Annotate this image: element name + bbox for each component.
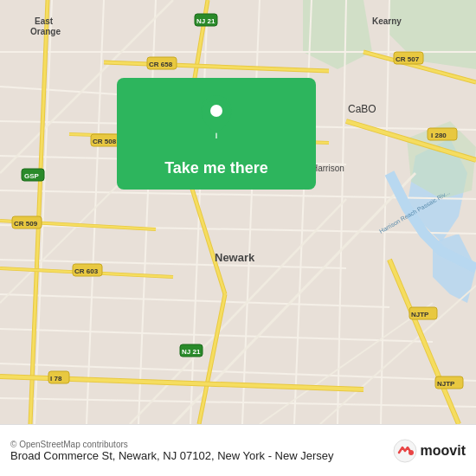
svg-text:Orange: Orange [30, 27, 61, 36]
location-pin-icon [198, 93, 235, 138]
bottom-bar: © OpenStreetMap contributors Broad Comme… [0, 424, 476, 476]
svg-text:Kearny: Kearny [372, 16, 402, 26]
svg-text:GSP: GSP [24, 172, 40, 180]
svg-text:CR 603: CR 603 [74, 267, 99, 275]
svg-text:CaBO: CaBO [348, 103, 376, 115]
svg-text:I 280: I 280 [431, 132, 447, 139]
svg-text:CR 509: CR 509 [14, 220, 38, 228]
moovit-label: moovit [421, 443, 466, 459]
svg-text:NJTP: NJTP [411, 311, 429, 318]
map-background: East Orange Kearny Newark Harrison Harri… [0, 0, 476, 424]
svg-text:Harrison: Harrison [312, 164, 344, 173]
svg-text:Newark: Newark [215, 251, 255, 264]
button-overlay: Take me there [117, 78, 316, 190]
svg-point-90 [408, 450, 414, 455]
moovit-logo: moovit [393, 439, 466, 463]
svg-text:NJTP: NJTP [437, 380, 455, 388]
svg-text:I 78: I 78 [50, 375, 62, 383]
svg-text:NJ 21: NJ 21 [196, 17, 215, 25]
svg-text:CR 508: CR 508 [93, 138, 117, 145]
moovit-icon [393, 439, 417, 463]
take-me-there-button[interactable]: Take me there [117, 147, 316, 190]
svg-text:CR 658: CR 658 [149, 61, 173, 68]
map-container: East Orange Kearny Newark Harrison Harri… [0, 0, 476, 424]
svg-text:CR 507: CR 507 [396, 55, 420, 63]
svg-point-88 [210, 105, 222, 117]
copyright-text: © OpenStreetMap contributors [10, 440, 386, 449]
svg-text:NJ 21: NJ 21 [182, 348, 201, 356]
location-pin-area [117, 78, 316, 147]
svg-text:East: East [35, 16, 54, 26]
address-text: Broad Commerce St, Newark, NJ 07102, New… [10, 449, 386, 462]
